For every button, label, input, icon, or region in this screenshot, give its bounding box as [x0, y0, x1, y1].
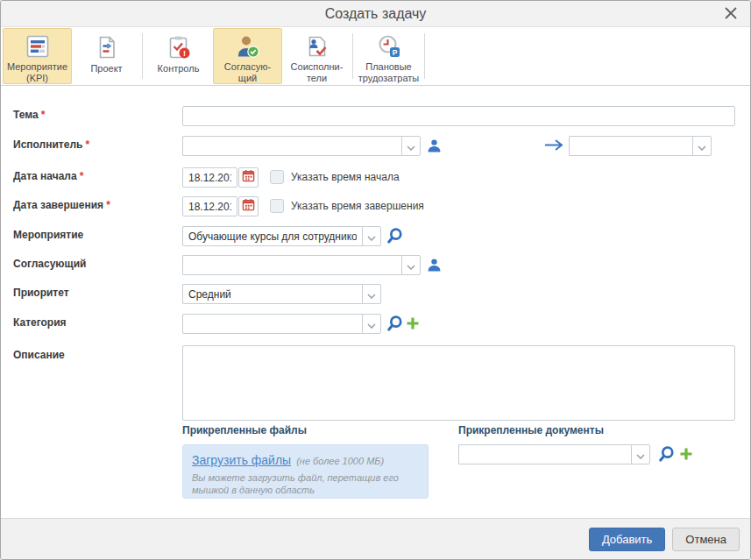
chevron-down-icon	[407, 138, 415, 154]
tab-label: Контроль	[158, 63, 200, 74]
documents-input[interactable]	[458, 444, 631, 464]
search-icon	[386, 227, 404, 249]
control-clipboard-icon: !	[166, 33, 192, 61]
toolbar: Мероприятие (KPI) Проект	[1, 27, 750, 86]
end-date-calendar-button[interactable]	[238, 196, 259, 216]
priority-dropdown-button[interactable]	[362, 284, 381, 304]
close-button[interactable]	[720, 4, 741, 25]
event-dropdown-button[interactable]	[362, 226, 381, 246]
end-date-input[interactable]	[182, 196, 237, 216]
dialog-footer: Добавить Отмена	[1, 518, 750, 559]
documents-dropdown-button[interactable]	[631, 444, 650, 464]
category-search-button[interactable]	[386, 315, 404, 337]
executor-select-user-button[interactable]	[427, 138, 442, 157]
file-dropzone[interactable]: Загрузить файлы(не более 1000 МБ) Вы мож…	[182, 444, 429, 499]
category-dropdown-button[interactable]	[362, 314, 381, 334]
calendar-icon	[242, 198, 255, 215]
required-asterisk: *	[80, 170, 84, 182]
category-add-button[interactable]	[406, 316, 420, 334]
end-date-label: Дата завершения*	[13, 199, 110, 211]
create-task-dialog: Создать задачу Мероприятие (KPI)	[0, 0, 751, 560]
description-label: Описание	[13, 349, 65, 361]
upload-files-link[interactable]: Загрузить файлы	[192, 453, 291, 467]
attached-documents-header: Прикрепленные документы	[458, 424, 604, 436]
toolbar-separator	[424, 33, 425, 79]
documents-add-button[interactable]	[679, 447, 693, 464]
reassign-arrow-icon	[544, 138, 563, 152]
approver-dropdown-button[interactable]	[401, 255, 421, 275]
dialog-title: Создать задачу	[325, 6, 427, 22]
start-date-input[interactable]	[182, 167, 237, 188]
documents-search-button[interactable]	[657, 445, 676, 467]
plus-icon	[406, 316, 420, 334]
add-button[interactable]: Добавить	[589, 528, 665, 551]
description-textarea[interactable]	[182, 345, 735, 421]
search-icon	[657, 445, 676, 467]
approver-person-check-icon	[235, 33, 261, 60]
person-icon	[427, 138, 442, 157]
toolbar-separator	[352, 33, 353, 79]
priority-combobox	[182, 284, 381, 304]
approver-label: Согласующий	[13, 258, 86, 270]
chevron-down-icon	[698, 138, 706, 154]
event-search-button[interactable]	[386, 227, 404, 249]
start-date-label: Дата начала*	[13, 170, 83, 182]
event-label: Мероприятие	[13, 229, 83, 241]
executor-dropdown-button[interactable]	[401, 136, 421, 156]
executor-input[interactable]	[182, 136, 401, 156]
tab-label: Проект	[90, 63, 122, 74]
approver-select-user-button[interactable]	[427, 258, 442, 276]
executor-secondary-dropdown-button[interactable]	[692, 136, 712, 156]
chevron-down-icon	[367, 287, 376, 302]
end-time-checkbox-label: Указать время завершения	[291, 200, 424, 212]
project-document-icon	[94, 33, 120, 61]
executor-secondary-input[interactable]	[569, 136, 692, 156]
category-input[interactable]	[182, 314, 362, 334]
event-input[interactable]	[182, 226, 362, 246]
tab-project[interactable]: Проект	[72, 28, 141, 84]
subject-input[interactable]	[182, 106, 735, 126]
search-icon	[386, 315, 404, 337]
approver-combobox	[182, 255, 421, 275]
svg-text:P: P	[392, 48, 397, 57]
chevron-down-icon	[367, 316, 376, 332]
subject-label: Тема*	[13, 109, 45, 121]
tab-control[interactable]: ! Контроль	[144, 28, 213, 84]
required-asterisk: *	[106, 199, 110, 211]
calendar-icon	[242, 169, 255, 186]
close-icon	[724, 6, 738, 24]
cancel-button[interactable]: Отмена	[672, 528, 740, 551]
documents-combobox	[458, 444, 650, 464]
attached-files-header: Прикрепленные файлы	[182, 424, 307, 436]
tab-approver[interactable]: Согласую- щий	[213, 28, 282, 84]
chevron-down-icon	[367, 229, 376, 245]
required-asterisk: *	[41, 109, 46, 121]
end-time-checkbox[interactable]	[270, 199, 284, 213]
approver-input[interactable]	[182, 255, 401, 275]
tab-label: Плановые трудозатраты	[358, 61, 419, 83]
tab-planned-costs[interactable]: P Плановые трудозатраты	[354, 28, 423, 84]
chevron-down-icon	[407, 258, 415, 273]
dialog-titlebar: Создать задачу	[1, 1, 750, 27]
plus-icon	[679, 447, 693, 464]
upload-hint-text: Вы можете загрузить файл, перетащив его …	[192, 471, 411, 497]
task-form: Тема* Исполнитель* Дата начала* Указать …	[1, 86, 750, 518]
tab-event-kpi[interactable]: Мероприятие (KPI)	[3, 28, 72, 84]
person-icon	[427, 258, 442, 276]
kpi-bars-icon	[25, 33, 51, 60]
start-date-calendar-button[interactable]	[238, 167, 259, 188]
executor-combobox	[182, 136, 421, 156]
priority-label: Приоритет	[13, 287, 69, 299]
start-time-checkbox-label: Указать время начала	[291, 171, 400, 183]
svg-text:!: !	[183, 49, 186, 58]
tab-label: Соисполни- тели	[291, 61, 344, 83]
tab-coexecutors[interactable]: Соисполни- тели	[282, 28, 351, 84]
category-combobox	[182, 314, 381, 334]
executor-secondary-combobox	[569, 136, 712, 156]
chevron-down-icon	[636, 447, 645, 463]
coexecutors-page-person-icon	[304, 33, 330, 60]
priority-input[interactable]	[182, 284, 362, 304]
start-time-checkbox[interactable]	[270, 170, 284, 184]
event-combobox	[182, 226, 381, 246]
category-label: Категория	[13, 316, 67, 329]
